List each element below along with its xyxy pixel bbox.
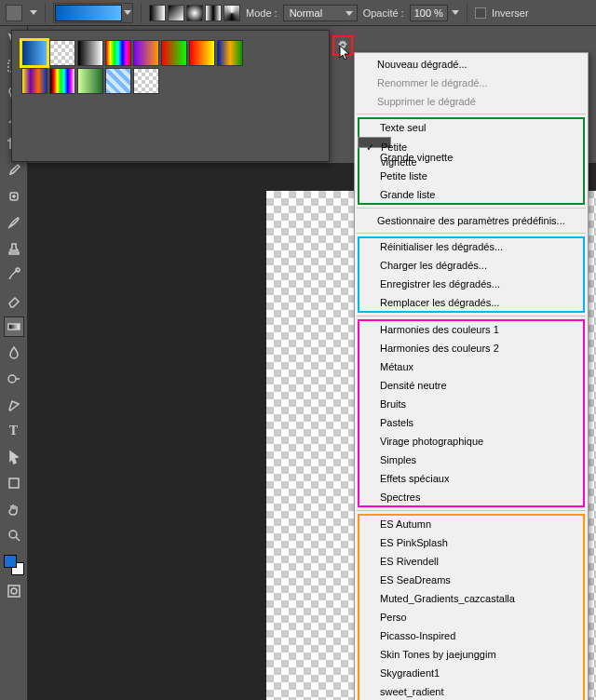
mode-value: Normal	[290, 7, 322, 19]
linear-gradient-button[interactable]	[149, 5, 166, 21]
gradient-preview	[55, 5, 122, 21]
gradient-swatch[interactable]	[77, 68, 103, 94]
menu-item-preset-manager[interactable]: Gestionnaire des paramètres prédéfinis..…	[355, 211, 588, 230]
gradient-swatch[interactable]	[133, 40, 159, 66]
invert-checkbox[interactable]	[475, 7, 486, 19]
quickmask-toggle[interactable]	[4, 581, 24, 601]
chevron-down-icon[interactable]	[124, 10, 131, 15]
chevron-down-icon[interactable]	[452, 10, 459, 15]
menu-item[interactable]: Muted_Gradients_cazcastalla	[358, 589, 585, 608]
blur-tool[interactable]	[4, 343, 24, 363]
menu-item[interactable]: Petite liste	[358, 167, 585, 185]
tool-preset-icon[interactable]	[6, 5, 22, 21]
menu-item[interactable]: Virage photographique	[358, 432, 585, 451]
angle-gradient-button[interactable]	[186, 5, 203, 21]
gradient-swatch[interactable]	[189, 40, 215, 66]
menu-item[interactable]: sweet_radient	[358, 682, 585, 700]
menu-item[interactable]: Charger les dégradés...	[358, 256, 585, 275]
menu-item: Supprimer le dégradé	[355, 92, 588, 111]
gradient-swatch[interactable]	[105, 68, 131, 94]
gradient-tool[interactable]	[4, 316, 24, 337]
gradient-swatch-grid	[21, 40, 245, 94]
menu-item[interactable]: Grande liste	[358, 185, 585, 204]
color-swatches[interactable]	[4, 555, 24, 575]
invert-label: Inverser	[492, 7, 529, 19]
gradient-swatch[interactable]	[217, 40, 243, 66]
path-select-tool[interactable]	[4, 447, 24, 467]
menu-item[interactable]: Skygradient1	[358, 664, 585, 682]
menu-item[interactable]: Grande vignette	[358, 148, 585, 167]
svg-point-7	[9, 531, 17, 538]
hand-tool[interactable]	[4, 499, 24, 519]
gradient-swatch[interactable]	[133, 68, 159, 94]
menu-item[interactable]: Pastels	[358, 413, 585, 432]
menu-item[interactable]: Texte seul	[358, 118, 585, 137]
menu-item[interactable]: ES Autumn	[358, 515, 585, 533]
menu-item[interactable]: Skin Tones by jaejunggim	[358, 645, 585, 664]
menu-item[interactable]: ES PinkSplash	[358, 533, 585, 552]
picker-flyout-button[interactable]	[332, 35, 353, 56]
options-bar: Mode : Normal Opacité : 100 % Inverser	[0, 0, 596, 26]
stamp-tool[interactable]	[4, 238, 24, 259]
menu-item[interactable]: Réinitialiser les dégradés...	[358, 237, 585, 256]
svg-rect-8	[8, 586, 20, 597]
svg-rect-6	[9, 478, 19, 488]
mode-label: Mode :	[246, 7, 278, 19]
menu-item[interactable]: ES SeaDreams	[358, 571, 585, 589]
gradient-flyout-menu: Nouveau dégradé...Renommer le dégradé...…	[354, 52, 589, 700]
type-tool[interactable]: T	[4, 421, 24, 441]
gradient-type-buttons	[149, 5, 240, 21]
menu-item[interactable]: Effets spéciaux	[358, 469, 585, 488]
menu-item[interactable]: Picasso-Inspired	[358, 626, 585, 645]
eraser-tool[interactable]	[4, 290, 24, 311]
menu-item[interactable]: Harmonies des couleurs 1	[358, 320, 585, 339]
gradient-swatch[interactable]	[49, 68, 75, 94]
menu-item[interactable]: Harmonies des couleurs 2	[358, 339, 585, 357]
zoom-tool[interactable]	[4, 525, 24, 545]
diamond-gradient-button[interactable]	[224, 5, 240, 21]
dodge-tool[interactable]	[4, 369, 24, 389]
radial-gradient-button[interactable]	[168, 5, 184, 21]
menu-item[interactable]: Densité neutre	[358, 376, 585, 395]
eyedropper-tool[interactable]	[4, 160, 24, 181]
gradient-swatch[interactable]	[77, 40, 103, 66]
menu-item[interactable]: Petite vignette	[358, 137, 391, 148]
shape-tool[interactable]	[4, 473, 24, 493]
gradient-swatch[interactable]	[49, 40, 75, 66]
gradient-swatch[interactable]	[105, 40, 131, 66]
chevron-down-icon[interactable]	[30, 10, 37, 15]
menu-item[interactable]: Remplacer les dégradés...	[358, 293, 585, 312]
svg-point-5	[8, 375, 16, 383]
menu-item[interactable]: ES Rivendell	[358, 552, 585, 571]
gradient-picker-panel	[11, 30, 330, 162]
opacity-input[interactable]: 100 %	[410, 5, 448, 21]
gradient-preview-button[interactable]	[53, 3, 133, 23]
menu-item[interactable]: Nouveau dégradé...	[355, 55, 588, 74]
brush-tool[interactable]	[4, 212, 24, 233]
history-brush-tool[interactable]	[4, 264, 24, 285]
gradient-swatch[interactable]	[21, 40, 47, 66]
menu-item[interactable]: Perso	[358, 608, 585, 626]
menu-item[interactable]: Simples	[358, 451, 585, 469]
heal-tool[interactable]	[4, 186, 24, 207]
menu-item[interactable]: Métaux	[358, 357, 585, 376]
mode-select[interactable]: Normal	[283, 5, 358, 21]
svg-point-9	[11, 588, 17, 594]
pen-tool[interactable]	[4, 395, 24, 415]
menu-item[interactable]: Spectres	[358, 488, 585, 506]
reflected-gradient-button[interactable]	[205, 5, 222, 21]
gradient-swatch[interactable]	[21, 68, 47, 94]
opacity-label: Opacité :	[363, 7, 404, 19]
gradient-swatch[interactable]	[161, 40, 187, 66]
menu-item[interactable]: Bruits	[358, 395, 585, 413]
svg-rect-4	[8, 324, 20, 330]
menu-item[interactable]: Enregistrer les dégradés...	[358, 275, 585, 293]
menu-item: Renommer le dégradé...	[355, 74, 588, 92]
